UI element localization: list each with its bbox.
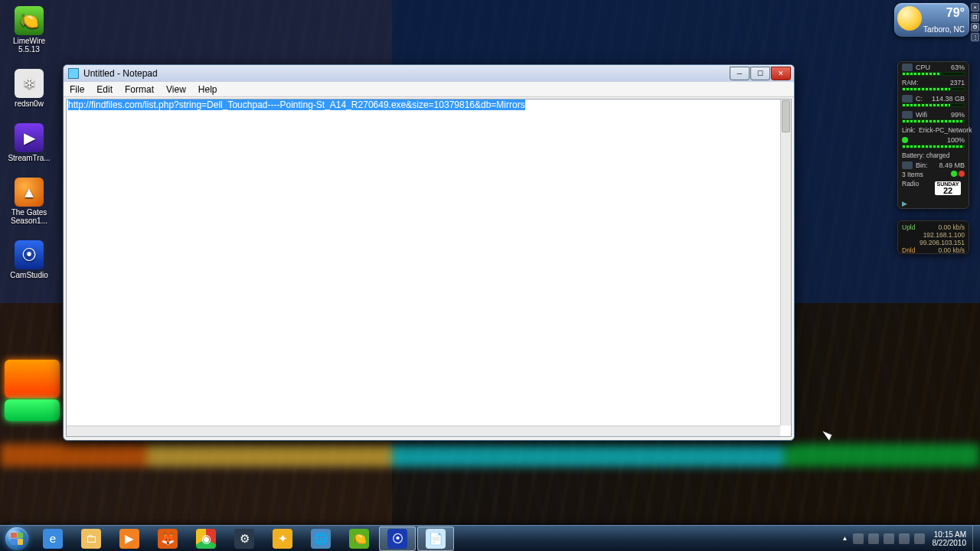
menu-edit[interactable]: Edit — [90, 83, 119, 96]
chrome-icon: ◉ — [196, 529, 216, 549]
steam-icon: ⚙ — [234, 529, 254, 549]
desktop-icons: 🍋 LimeWire 5.5.13 ❄ redsn0w ▶ StreamTra.… — [5, 6, 54, 279]
ie-icon: e — [43, 529, 63, 549]
folder-icon: 🗀 — [81, 529, 101, 549]
icon-label: CamStudio — [10, 271, 47, 279]
tray-network-icon[interactable] — [899, 533, 910, 544]
taskbar-app-globe[interactable]: 🌐 — [302, 527, 339, 551]
network-gadget[interactable]: Upld0.00 kb/s 192.168.1.100 99.206.103.1… — [897, 220, 969, 254]
start-button[interactable] — [0, 526, 34, 552]
taskbar-notepad[interactable]: 📄 — [417, 527, 454, 551]
radio-label: Radio — [902, 180, 919, 187]
puzzle-icon: ✦ — [273, 529, 292, 549]
notepad-task-icon: 📄 — [426, 529, 446, 549]
cpu-icon — [902, 64, 913, 71]
bin-size: 8.49 MB — [939, 161, 965, 169]
taskbar-app-yellow[interactable]: ✦ — [264, 527, 301, 551]
taskbar-chrome[interactable]: ◉ — [188, 527, 224, 551]
disk-bar — [902, 103, 965, 107]
tray-time: 10:15 AM — [933, 530, 967, 539]
desktop-icon-redsn0w[interactable]: ❄ redsn0w — [5, 69, 54, 108]
icon-label: StreamTra... — [8, 154, 50, 162]
taskbar-explorer[interactable]: 🗀 — [73, 527, 109, 551]
gadget-drag-handle[interactable]: ⋮ — [971, 33, 979, 41]
selected-text: http://findfiles.com/list.php?string=Del… — [68, 99, 525, 110]
wifi-value: 99% — [951, 111, 965, 119]
download-label: Dnld — [902, 246, 915, 254]
streamtra-icon: ▶ — [15, 123, 44, 152]
maximize-button[interactable]: ☐ — [750, 67, 770, 80]
bin-ok-icon — [951, 171, 957, 177]
close-button[interactable]: ✕ — [771, 67, 791, 80]
weather-location: Tarboro, NC — [923, 25, 965, 34]
external-ip: 99.206.103.151 — [920, 239, 965, 246]
link-label: Link: — [902, 126, 916, 134]
desktop-icon-streamtra[interactable]: ▶ StreamTra... — [5, 123, 54, 162]
cpu-bar — [902, 72, 965, 76]
taskbar-firefox[interactable]: 🦊 — [149, 527, 186, 551]
gadget-tools: × ⊡ ⚙ ⋮ — [971, 3, 979, 41]
menu-file[interactable]: File — [64, 83, 90, 96]
bin-del-icon — [959, 171, 965, 177]
wmp-icon: ▶ — [119, 529, 139, 549]
tray-date: 8/22/2010 — [933, 539, 967, 547]
menu-help[interactable]: Help — [192, 83, 224, 96]
menu-format[interactable]: Format — [119, 83, 160, 96]
notepad-icon — [68, 68, 79, 79]
text-editor[interactable]: http://findfiles.com/list.php?string=Del… — [67, 99, 780, 425]
window-title: Untitled - Notepad — [83, 68, 158, 79]
gadget-close-button[interactable]: × — [971, 3, 979, 11]
vertical-scrollbar[interactable] — [780, 99, 791, 425]
ram-value: 2371 — [950, 79, 965, 86]
battery-bar — [902, 145, 965, 148]
show-desktop-button[interactable] — [972, 526, 980, 552]
tray-power-icon[interactable] — [884, 533, 894, 544]
taskbar-wmp[interactable]: ▶ — [111, 527, 148, 551]
tray-clock[interactable]: 10:15 AM 8/22/2010 — [929, 530, 970, 547]
taskbar: e 🗀 ▶ 🦊 ◉ ⚙ ✦ 🌐 🍋 ⦿ 📄 ▲ 10:15 AM 8/22/20… — [0, 525, 980, 551]
tray-overflow-button[interactable]: ▲ — [842, 535, 848, 542]
radio-play-icon[interactable]: ▶ — [902, 200, 907, 207]
system-monitor-gadget[interactable]: CPU63% RAM:2371 C:114.38 GB Wifi99% Link… — [897, 61, 969, 209]
neon-sign-decor-2 — [5, 399, 60, 421]
menu-view[interactable]: View — [160, 83, 192, 96]
calendar-chip: SUNDAY 22 — [935, 181, 961, 195]
bin-items: 3 Items — [902, 171, 923, 178]
battery-pct: 100% — [947, 136, 965, 144]
tray-icon-1[interactable] — [853, 533, 864, 544]
icon-label: redsn0w — [15, 99, 44, 108]
cpu-label: CPU — [916, 64, 930, 71]
taskbar-limewire[interactable]: 🍋 — [341, 527, 377, 551]
desktop-icon-limewire[interactable]: 🍋 LimeWire 5.5.13 — [5, 6, 54, 54]
titlebar[interactable]: Untitled - Notepad ─ ☐ ✕ — [64, 65, 794, 82]
system-tray: ▲ 10:15 AM 8/22/2010 — [839, 530, 972, 547]
icon-label: LimeWire 5.5.13 — [5, 37, 54, 54]
minimize-button[interactable]: ─ — [730, 67, 750, 80]
battery-icon — [902, 137, 908, 143]
gadget-options-button[interactable]: ⚙ — [971, 23, 979, 31]
ram-label: RAM: — [902, 79, 918, 86]
link-value: Erick-PC_Network — [919, 126, 972, 134]
upload-label: Upld — [902, 223, 915, 231]
taskbar-steam[interactable]: ⚙ — [226, 527, 263, 551]
notepad-window: Untitled - Notepad ─ ☐ ✕ File Edit Forma… — [63, 64, 795, 441]
bin-label: Bin: — [916, 161, 928, 169]
tray-volume-icon[interactable] — [914, 533, 925, 544]
redsn0w-icon: ❄ — [15, 69, 44, 98]
desktop-icon-gates[interactable]: ▲ The Gates Season1... — [5, 178, 54, 225]
weather-temp: 79° — [946, 6, 965, 20]
desktop-icon-camstudio[interactable]: ⦿ CamStudio — [5, 240, 54, 279]
horizontal-scrollbar[interactable] — [67, 425, 780, 436]
taskbar-camstudio[interactable]: ⦿ — [379, 527, 416, 551]
gadget-larger-button[interactable]: ⊡ — [971, 13, 979, 21]
wifi-label: Wifi — [916, 111, 927, 119]
camstudio-task-icon: ⦿ — [387, 529, 407, 549]
taskbar-ie[interactable]: e — [34, 527, 71, 551]
pinned-apps: e 🗀 ▶ 🦊 ◉ ⚙ ✦ 🌐 🍋 ⦿ 📄 — [34, 526, 455, 551]
firefox-icon: 🦊 — [158, 529, 178, 549]
tray-icon-2[interactable] — [868, 533, 879, 544]
upload-value: 0.00 kb/s — [939, 223, 965, 231]
wifi-bar — [902, 119, 965, 123]
windows-orb-icon — [5, 527, 28, 550]
weather-gadget[interactable]: 79° Tarboro, NC — [894, 3, 969, 37]
